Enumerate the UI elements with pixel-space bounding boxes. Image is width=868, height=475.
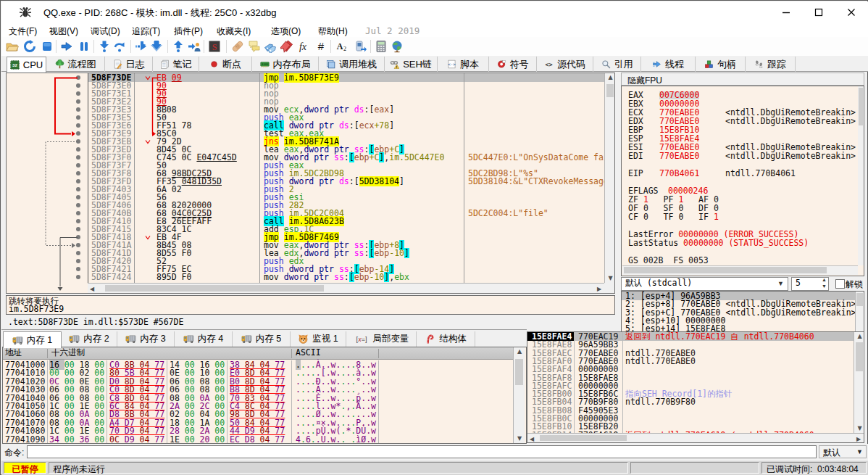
breakpoint-dot[interactable] (76, 155, 80, 160)
tab-内存1[interactable]: 内存 1 (3, 331, 62, 348)
command-profile-dropdown[interactable]: 默认 ▼ (819, 445, 867, 458)
comment-icon[interactable] (248, 40, 261, 53)
scroll-left-icon[interactable]: ◀ (529, 436, 535, 442)
dump-view[interactable]: 地址十六进制ASCII7704100016 00 18 00C0 8B 04 7… (2, 347, 527, 444)
unlock-checkbox[interactable] (835, 279, 845, 289)
breakpoint-dot[interactable] (76, 75, 80, 80)
step-over-icon[interactable] (113, 40, 126, 53)
spinner-down-icon[interactable]: ▼ (822, 284, 827, 289)
tab-流程图[interactable]: 流程图 (46, 57, 105, 72)
calling-convention-dropdown[interactable]: 默认 (stdcall)▼ (621, 277, 788, 291)
tab-内存4[interactable]: 内存 4 (175, 331, 233, 347)
breakpoint-dot[interactable] (76, 203, 80, 207)
tab-CPU[interactable]: 32CPU (7, 57, 46, 73)
breakpoint-dot[interactable] (76, 211, 80, 215)
close-button[interactable] (847, 8, 856, 17)
tab-跟踪[interactable]: 跟踪 (746, 57, 796, 72)
scroll-right-icon[interactable]: ▶ (596, 286, 602, 292)
scroll-thumb[interactable] (606, 84, 614, 97)
minimize-button[interactable] (782, 8, 790, 17)
registers-view[interactable]: EAX007C6000EBX00000000ECX770EABE0<ntdll.… (621, 86, 864, 276)
execute-till-return-icon[interactable] (135, 40, 148, 53)
tab-内存布局[interactable]: 内存布局 (252, 57, 319, 72)
menu-插件P[interactable]: 插件(P) (174, 25, 203, 38)
breakpoint-dot[interactable] (76, 195, 80, 199)
scroll-down-icon[interactable]: ▼ (854, 425, 864, 431)
tab-引用[interactable]: 引用 (593, 57, 641, 72)
tab-线程[interactable]: 线程 (641, 57, 696, 72)
maximize-button[interactable] (814, 8, 823, 17)
tab-监视1[interactable]: 监视 1 (291, 331, 346, 347)
registers-panel[interactable]: 隐藏FPUEAX007C6000EBX00000000ECX770EABE0<n… (621, 73, 864, 332)
breakpoint-dot[interactable] (76, 267, 80, 271)
breakpoint-dot[interactable] (76, 131, 80, 136)
scroll-down-icon[interactable]: ▼ (605, 275, 615, 281)
breakpoint-dot[interactable] (76, 107, 80, 112)
tab-日志[interactable]: 日志 (105, 57, 153, 72)
breakpoint-dot[interactable] (76, 115, 80, 120)
breakpoint-dot[interactable] (76, 187, 80, 191)
breakpoint-dot[interactable] (76, 251, 80, 255)
disassembly-view[interactable]: 5D8F73DEEB 09jmp im.5D8F73E95D8F73E090no… (6, 73, 615, 294)
tab-句柄[interactable]: 句柄 (696, 57, 746, 72)
open-folder-icon[interactable] (6, 40, 19, 53)
run-to-user-code-icon[interactable] (188, 40, 201, 53)
scylla-icon[interactable]: S (208, 40, 221, 53)
breakpoint-dot[interactable] (76, 243, 80, 247)
restart-icon[interactable] (23, 40, 36, 53)
breakpoint-dot[interactable] (76, 99, 80, 104)
calculator-icon[interactable] (375, 40, 388, 53)
hash-icon[interactable]: # (314, 40, 327, 53)
scroll-right-icon[interactable]: ▶ (856, 436, 861, 442)
run-till-return-icon[interactable] (172, 40, 185, 53)
breakpoint-dot[interactable] (76, 179, 80, 183)
scroll-up-icon[interactable]: ▲ (605, 74, 615, 80)
breakpoint-dot[interactable] (76, 171, 80, 175)
tab-内存3[interactable]: 内存 3 (117, 331, 175, 347)
tab-内存2[interactable]: 内存 2 (62, 331, 117, 347)
breakpoint-dot[interactable] (76, 91, 80, 96)
breakpoint-dot[interactable] (76, 227, 80, 231)
menu-选项O[interactable]: 选项(O) (271, 25, 301, 38)
breakpoint-dot[interactable] (76, 147, 80, 152)
disasm-horizontal-scrollbar[interactable]: ◀▶ (88, 283, 604, 293)
arguments-view[interactable]: 1: [esp+4] 96A59BB32: [esp+8] 770EABE0 <… (621, 291, 864, 332)
stop-icon[interactable] (41, 40, 54, 53)
breakpoint-dot[interactable] (76, 259, 80, 263)
title-bar[interactable]: QQ.exe - PID: 268C - 模块: im.dll - 线程: 25… (1, 1, 868, 22)
run-icon[interactable] (60, 40, 73, 53)
tab-符号[interactable]: 符号 (489, 57, 537, 72)
breakpoint-dot[interactable] (76, 275, 80, 279)
stack-view[interactable]: 15E8FAE4770EAC19返回到 ntdll.770EAC19 自 ntd… (527, 331, 864, 443)
hide-fpu-button[interactable]: 隐藏FPU (621, 73, 864, 86)
menu-视图V[interactable]: 视图(V) (49, 25, 78, 38)
ascii-icon[interactable]: A2 (335, 40, 348, 53)
spinner-up-icon[interactable]: ▲ (822, 277, 827, 282)
tab-脚本[interactable]: <·>脚本 (438, 57, 489, 72)
step-into-source-icon[interactable] (150, 40, 163, 53)
tab-笔记[interactable]: 笔记 (153, 57, 199, 72)
scroll-left-icon[interactable]: ◀ (89, 286, 95, 292)
tab-源代码[interactable]: <>源代码 (537, 57, 593, 72)
menu-帮助H[interactable]: 帮助(H) (318, 25, 348, 38)
stack-horizontal-scrollbar[interactable]: ◀▶ (527, 433, 864, 442)
bookmark-icon[interactable] (280, 40, 293, 53)
globe-icon[interactable] (391, 40, 404, 53)
menu-追踪T[interactable]: 追踪(T) (132, 25, 160, 38)
pause-icon[interactable] (78, 40, 91, 53)
menu-调试D[interactable]: 调试(D) (91, 25, 120, 38)
tab-调用堆栈[interactable]: 调用堆栈 (319, 57, 385, 72)
menu-文件F[interactable]: 文件(F) (9, 25, 37, 38)
breakpoint-dot[interactable] (76, 139, 80, 144)
tab-结构体[interactable]: 结构体 (417, 331, 475, 347)
tab-断点[interactable]: 断点 (199, 57, 252, 72)
command-input[interactable] (27, 445, 817, 458)
function-icon[interactable]: fx (296, 40, 309, 53)
scroll-up-icon[interactable]: ▲ (514, 348, 525, 355)
label-icon[interactable] (264, 40, 277, 53)
step-into-icon[interactable] (98, 40, 111, 53)
stack-vertical-scrollbar[interactable]: ▲▼ (854, 332, 864, 433)
scroll-down-icon[interactable]: ▼ (514, 435, 525, 442)
scroll-thumb[interactable] (856, 342, 863, 371)
scroll-up-icon[interactable]: ▲ (854, 333, 864, 339)
